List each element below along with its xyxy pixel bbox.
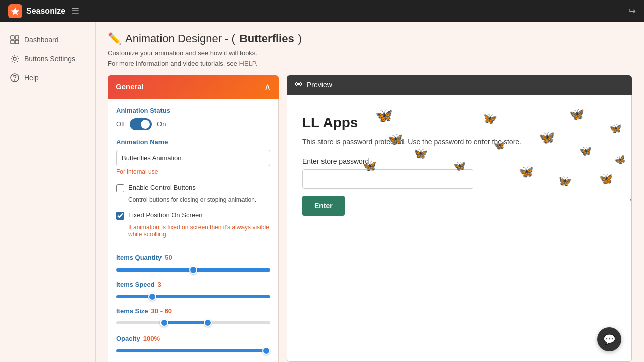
- items-size-range: 30 - 60: [151, 307, 172, 315]
- left-panel: General ∧ Animation Status Off On: [108, 75, 279, 362]
- preview-body: LL Apps This store is password protected…: [287, 95, 632, 362]
- collapse-icon: ∧: [264, 81, 271, 93]
- items-speed-field: Items Speed 3: [116, 281, 270, 300]
- items-size-header: Items Size 30 - 60: [116, 307, 270, 315]
- items-size-max-slider[interactable]: [116, 321, 270, 324]
- items-quantity-label: Items Quantity: [116, 254, 162, 261]
- opacity-field: Opacity 100%: [116, 335, 270, 354]
- items-speed-slider[interactable]: [116, 295, 270, 298]
- on-label: On: [157, 120, 166, 128]
- items-quantity-header: Items Quantity 50: [116, 254, 270, 261]
- preview-eye-icon: 👁: [295, 80, 303, 89]
- store-description: This store is password protected. Use th…: [302, 137, 616, 147]
- sidebar-item-help[interactable]: Help: [0, 68, 95, 87]
- items-quantity-slider[interactable]: [116, 268, 270, 272]
- content-area: ✏️ Animation Designer - ( Butterflies ) …: [96, 22, 644, 362]
- logo: Seasonize: [8, 4, 65, 18]
- toggle-slider: [130, 118, 152, 130]
- control-buttons-checkbox[interactable]: [116, 184, 124, 192]
- menu-icon[interactable]: ☰: [71, 6, 79, 17]
- dashboard-icon: [10, 35, 19, 44]
- exit-icon[interactable]: ↪: [628, 6, 636, 17]
- animation-name-label: Animation Name: [116, 138, 270, 146]
- control-buttons-label: Enable Control Buttons: [128, 184, 196, 191]
- animation-status-row: Off On: [116, 118, 270, 130]
- wand-icon: ✏️: [108, 32, 121, 45]
- general-section-header[interactable]: General ∧: [108, 75, 279, 99]
- topbar: Seasonize ☰ ↪: [0, 0, 644, 22]
- opacity-header: Opacity 100%: [116, 335, 270, 342]
- sidebar-dashboard-label: Dashboard: [24, 36, 59, 44]
- logo-svg: [11, 7, 20, 16]
- preview-header: 👁 Preview: [287, 75, 632, 95]
- logo-icon: [8, 4, 22, 18]
- sidebar-item-dashboard[interactable]: Dashboard: [0, 30, 95, 49]
- items-speed-label: Items Speed: [116, 281, 155, 288]
- off-label: Off: [116, 120, 125, 128]
- help-icon: [10, 73, 19, 82]
- enter-button[interactable]: Enter: [302, 196, 345, 216]
- opacity-label: Opacity: [116, 335, 140, 342]
- section-title: General: [116, 82, 144, 91]
- items-quantity-value: 50: [165, 254, 172, 261]
- sidebar: Dashboard Buttons Settings Help: [0, 22, 96, 362]
- opacity-value: 100%: [143, 335, 160, 342]
- animation-name-field: Animation Name For internal use: [116, 138, 270, 175]
- fixed-position-row: Fixed Position On Screen: [116, 211, 270, 220]
- items-quantity-field: Items Quantity 50: [116, 254, 270, 274]
- page-subtitle: Customize your animation and see how it …: [108, 48, 632, 69]
- items-size-dual-slider: [116, 318, 270, 328]
- preview-title: Preview: [307, 81, 332, 89]
- svg-rect-2: [15, 36, 19, 39]
- title-name: Butterflies: [239, 32, 294, 45]
- svg-rect-4: [15, 40, 19, 44]
- main-layout: Dashboard Buttons Settings Help ✏️ Anima…: [0, 22, 644, 362]
- sidebar-item-buttons-settings[interactable]: Buttons Settings: [0, 49, 95, 68]
- title-suffix: ): [298, 32, 302, 45]
- help-link[interactable]: HELP.: [239, 60, 258, 67]
- control-buttons-row: Enable Control Buttons: [116, 184, 270, 192]
- items-size-field: Items Size 30 - 60: [116, 307, 270, 328]
- section-body: Animation Status Off On Animation Name: [108, 99, 279, 362]
- svg-rect-1: [11, 36, 14, 39]
- items-speed-header: Items Speed 3: [116, 281, 270, 288]
- topbar-left: Seasonize ☰: [8, 4, 79, 18]
- svg-point-5: [13, 57, 16, 60]
- animation-name-input[interactable]: [116, 150, 270, 166]
- animation-name-hint: For internal use: [116, 168, 270, 175]
- sidebar-buttons-label: Buttons Settings: [24, 55, 75, 63]
- fixed-position-label: Fixed Position On Screen: [128, 211, 202, 219]
- sidebar-help-label: Help: [24, 74, 39, 82]
- page-header: ✏️ Animation Designer - ( Butterflies ) …: [108, 32, 632, 69]
- items-speed-value: 3: [158, 281, 162, 288]
- animation-toggle[interactable]: [130, 118, 152, 130]
- svg-point-7: [15, 80, 15, 80]
- password-label: Enter store password: [302, 157, 616, 165]
- title-prefix: Animation Designer - (: [125, 32, 235, 45]
- panels: General ∧ Animation Status Off On: [108, 75, 632, 362]
- animation-status-label: Animation Status: [116, 107, 270, 114]
- items-size-label: Items Size: [116, 307, 148, 315]
- control-buttons-hint: Control buttons for closing or stoping a…: [116, 196, 270, 203]
- fixed-position-hint: If animation is fixed on screen then it'…: [116, 224, 270, 238]
- fixed-position-checkbox[interactable]: [116, 212, 124, 220]
- password-input[interactable]: [302, 169, 473, 189]
- svg-rect-3: [11, 40, 14, 44]
- right-panel: 👁 Preview LL Apps This store is password…: [287, 75, 632, 362]
- preview-inner: LL Apps This store is password protected…: [287, 95, 631, 231]
- page-title: ✏️ Animation Designer - ( Butterflies ): [108, 32, 632, 45]
- chat-button[interactable]: 💬: [597, 327, 621, 351]
- app-name: Seasonize: [26, 7, 65, 16]
- settings-icon: [10, 54, 19, 63]
- opacity-slider[interactable]: [116, 349, 270, 352]
- store-title: LL Apps: [302, 115, 616, 131]
- svg-marker-0: [11, 8, 19, 15]
